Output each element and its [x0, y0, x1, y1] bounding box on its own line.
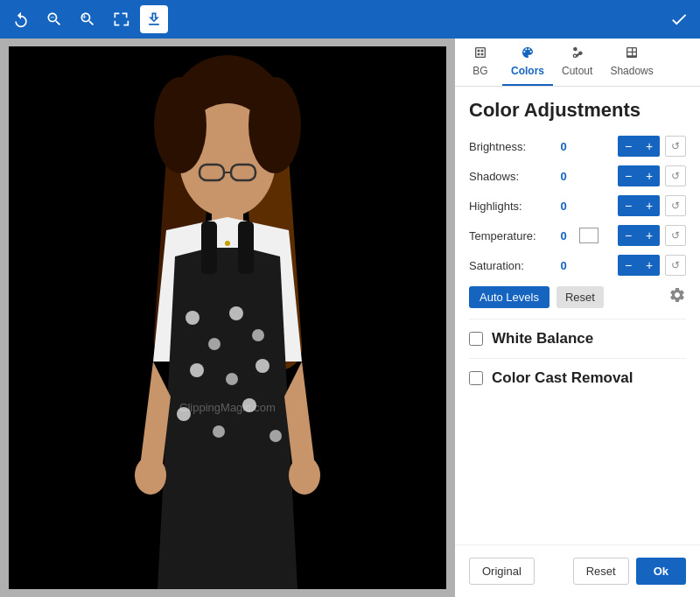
svg-point-6 — [248, 77, 301, 173]
svg-point-26 — [289, 456, 320, 495]
canvas-inner: ClippingMagic.com — [9, 46, 446, 589]
right-panel: BG Colors Cutout Shadows — [455, 39, 700, 597]
saturation-reset[interactable]: ↺ — [665, 255, 686, 276]
bg-icon — [473, 46, 487, 63]
color-cast-label: Color Cast Removal — [492, 369, 634, 387]
colors-icon — [521, 46, 535, 63]
svg-point-20 — [256, 359, 270, 373]
white-balance-label: White Balance — [492, 330, 593, 348]
tabs-row: BG Colors Cutout Shadows — [455, 39, 700, 87]
svg-point-14 — [186, 311, 200, 325]
temperature-plus[interactable]: + — [639, 225, 660, 246]
brightness-row: Brightness: 0 − + ↺ — [469, 136, 686, 157]
white-balance-section: White Balance — [469, 319, 686, 358]
shadows-value: 0 — [553, 170, 574, 183]
svg-point-11 — [225, 241, 230, 246]
shadows-label: Shadows: — [469, 170, 548, 183]
svg-point-21 — [177, 407, 191, 421]
ok-button[interactable]: Ok — [636, 558, 686, 585]
shadows-minus[interactable]: − — [618, 165, 639, 186]
svg-point-16 — [229, 306, 243, 320]
temperature-controls: − + — [618, 225, 660, 246]
brightness-reset[interactable]: ↺ — [665, 136, 686, 157]
fit-button[interactable] — [107, 5, 135, 33]
auto-levels-button[interactable]: Auto Levels — [469, 286, 550, 308]
svg-rect-13 — [238, 221, 254, 274]
saturation-controls: − + — [618, 255, 660, 276]
color-cast-section: Color Cast Removal — [469, 358, 686, 397]
temperature-reset[interactable]: ↺ — [665, 225, 686, 246]
saturation-value: 0 — [553, 259, 574, 272]
tab-cutout-label: Cutout — [562, 65, 592, 77]
tab-colors-label: Colors — [511, 65, 544, 77]
original-button[interactable]: Original — [469, 558, 535, 585]
temperature-swatch[interactable] — [579, 228, 598, 243]
shadows-reset[interactable]: ↺ — [665, 165, 686, 186]
brightness-controls: − + — [618, 136, 660, 157]
svg-point-5 — [154, 77, 206, 173]
brightness-label: Brightness: — [469, 140, 548, 153]
cutout-icon — [570, 46, 584, 63]
shadows-icon — [625, 46, 639, 63]
panel-content: Color Adjustments Brightness: 0 − + ↺ Sh… — [455, 87, 700, 544]
white-balance-checkbox[interactable] — [469, 332, 483, 346]
top-toolbar — [0, 0, 700, 39]
tab-colors[interactable]: Colors — [502, 39, 553, 86]
saturation-plus[interactable]: + — [639, 255, 660, 276]
highlights-minus[interactable]: − — [618, 195, 639, 216]
tab-bg[interactable]: BG — [458, 39, 502, 86]
svg-point-18 — [190, 363, 204, 377]
saturation-minus[interactable]: − — [618, 255, 639, 276]
svg-point-22 — [213, 425, 225, 438]
temperature-row: Temperature: 0 − + ↺ — [469, 225, 686, 246]
main-layout: ClippingMagic.com BG Colors — [0, 39, 700, 597]
shadows-row: Shadows: 0 − + ↺ — [469, 165, 686, 186]
tab-shadows-label: Shadows — [610, 65, 653, 77]
bottom-buttons: Original Reset Ok — [455, 544, 700, 597]
brightness-plus[interactable]: + — [639, 136, 660, 157]
svg-point-17 — [252, 329, 264, 341]
reset-lg-button[interactable]: Reset — [573, 558, 629, 585]
highlights-row: Highlights: 0 − + ↺ — [469, 195, 686, 216]
section-title: Color Adjustments — [469, 99, 686, 122]
temperature-value: 0 — [553, 229, 574, 242]
zoom-out-button[interactable] — [40, 5, 68, 33]
svg-point-25 — [135, 456, 166, 495]
svg-point-24 — [270, 430, 282, 442]
check-button[interactable] — [665, 5, 693, 33]
canvas-area[interactable]: ClippingMagic.com — [0, 39, 455, 597]
saturation-row: Saturation: 0 − + ↺ — [469, 255, 686, 276]
canvas-image: ClippingMagic.com — [9, 46, 446, 589]
action-row: Auto Levels Reset — [469, 286, 686, 308]
highlights-reset[interactable]: ↺ — [665, 195, 686, 216]
brightness-value: 0 — [553, 140, 574, 153]
saturation-label: Saturation: — [469, 259, 548, 272]
shadows-controls: − + — [618, 165, 660, 186]
temperature-label: Temperature: — [469, 229, 548, 242]
brightness-minus[interactable]: − — [618, 136, 639, 157]
download-button[interactable] — [140, 5, 168, 33]
zoom-in-button[interactable] — [74, 5, 102, 33]
shadows-plus[interactable]: + — [639, 165, 660, 186]
tab-cutout[interactable]: Cutout — [553, 39, 601, 86]
color-cast-checkbox[interactable] — [469, 371, 483, 385]
undo-button[interactable] — [7, 5, 35, 33]
highlights-value: 0 — [553, 200, 574, 213]
svg-point-19 — [226, 373, 238, 385]
reset-sm-button[interactable]: Reset — [556, 286, 604, 308]
svg-point-23 — [242, 398, 256, 412]
temperature-minus[interactable]: − — [618, 225, 639, 246]
tab-shadows[interactable]: Shadows — [601, 39, 662, 86]
highlights-label: Highlights: — [469, 200, 548, 213]
svg-point-15 — [208, 338, 220, 350]
tab-bg-label: BG — [472, 65, 487, 77]
highlights-controls: − + — [618, 195, 660, 216]
gear-icon[interactable] — [668, 286, 686, 308]
highlights-plus[interactable]: + — [639, 195, 660, 216]
svg-rect-12 — [201, 221, 217, 274]
